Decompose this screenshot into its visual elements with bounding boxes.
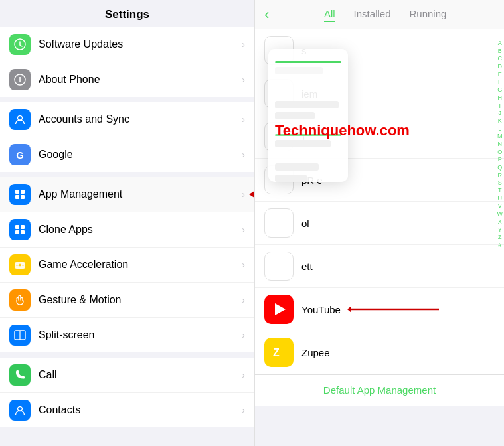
alpha-g[interactable]: G: [497, 86, 502, 94]
clone-apps-arrow: ›: [242, 224, 245, 235]
sidebar-item-gesture-motion[interactable]: Gesture & Motion ›: [0, 283, 254, 318]
svg-rect-6: [15, 195, 19, 199]
sidebar-item-accounts-sync[interactable]: Accounts and Sync ›: [0, 102, 254, 137]
default-app-management-button[interactable]: Default App Management: [255, 374, 504, 406]
gesture-motion-icon: [9, 289, 31, 311]
app-management-arrow: ›: [242, 189, 245, 200]
app-management-label: App Management: [39, 188, 242, 200]
svg-rect-12: [15, 230, 19, 234]
settings-title: Settings: [0, 0, 254, 27]
default-btn-label: Default App Management: [323, 384, 436, 396]
sidebar-item-contacts[interactable]: Contacts ›: [0, 393, 254, 427]
alpha-h[interactable]: H: [498, 94, 503, 102]
youtube-red-arrow: [347, 304, 440, 315]
list-item[interactable]: ett: [255, 245, 504, 288]
clone-apps-label: Clone Apps: [39, 224, 242, 236]
sidebar-item-split-screen[interactable]: Split-screen ›: [0, 318, 254, 352]
google-icon: G: [9, 144, 31, 165]
accounts-sync-label: Accounts and Sync: [39, 113, 242, 125]
svg-rect-18: [19, 265, 21, 266]
gesture-motion-arrow: ›: [242, 295, 245, 305]
about-phone-arrow: ›: [242, 74, 245, 85]
tab-bar: All Installed Running: [276, 7, 495, 22]
contacts-icon: [9, 400, 31, 421]
alpha-v[interactable]: V: [498, 202, 502, 210]
alpha-b[interactable]: B: [498, 48, 502, 56]
tab-installed[interactable]: Installed: [354, 7, 391, 22]
settings-group-4: Call › Contacts ›: [0, 358, 254, 427]
svg-rect-7: [21, 195, 25, 199]
alpha-u[interactable]: U: [498, 195, 503, 203]
svg-text:i: i: [19, 76, 21, 84]
alpha-i[interactable]: I: [499, 102, 501, 110]
app-name: ett: [301, 261, 495, 272]
alpha-o[interactable]: O: [497, 149, 502, 157]
alpha-q[interactable]: Q: [497, 164, 502, 172]
sidebar-item-app-management[interactable]: App Management ›: [0, 177, 254, 212]
gesture-motion-label: Gesture & Motion: [39, 294, 242, 306]
app-text: ett: [301, 261, 495, 272]
app-icon: [264, 252, 294, 281]
alpha-r[interactable]: R: [498, 172, 503, 180]
alpha-t[interactable]: T: [498, 187, 502, 195]
list-item[interactable]: ol: [255, 202, 504, 245]
app-name: ol: [301, 218, 495, 229]
alpha-e[interactable]: E: [498, 71, 502, 79]
settings-group-1: Software Updates › i About Phone ›: [0, 27, 254, 97]
settings-group-2: Accounts and Sync › G Google ›: [0, 102, 254, 172]
svg-point-16: [23, 265, 24, 266]
call-arrow: ›: [242, 370, 245, 380]
app-text: ol: [301, 218, 495, 229]
svg-rect-11: [21, 225, 25, 229]
alpha-j[interactable]: J: [499, 110, 502, 117]
svg-marker-9: [249, 191, 254, 198]
alpha-x[interactable]: X: [498, 218, 502, 226]
game-acceleration-arrow: ›: [242, 260, 245, 270]
accounts-sync-icon: [9, 109, 31, 130]
svg-marker-23: [347, 306, 351, 313]
split-screen-arrow: ›: [242, 330, 245, 340]
alpha-k[interactable]: K: [498, 117, 502, 125]
google-arrow: ›: [242, 149, 245, 160]
alphabet-sidebar: A B C D E F G H I J K L M N O P Q R S T …: [497, 40, 503, 250]
game-acceleration-label: Game Acceleration: [39, 259, 242, 271]
alpha-c[interactable]: C: [498, 55, 503, 63]
left-panel: Settings Software Updates › i: [0, 0, 254, 446]
sidebar-item-clone-apps[interactable]: Clone Apps ›: [0, 212, 254, 248]
sidebar-item-about-phone[interactable]: i About Phone ›: [0, 62, 254, 97]
tab-running[interactable]: Running: [409, 7, 446, 22]
youtube-icon: [264, 295, 294, 324]
settings-group-3: App Management › Clone Apps: [0, 177, 254, 352]
split-screen-icon: [9, 325, 31, 346]
app-list-content: Techniquehow.com s: [255, 29, 504, 446]
accounts-sync-arrow: ›: [242, 114, 245, 125]
alpha-hash[interactable]: #: [498, 242, 501, 250]
zupee-label: Zupee: [301, 347, 330, 358]
alpha-z[interactable]: Z: [498, 234, 502, 242]
alpha-a[interactable]: A: [498, 40, 502, 48]
alpha-p[interactable]: P: [498, 156, 502, 164]
right-panel: ‹ All Installed Running A B C D E F G H …: [254, 0, 504, 446]
right-header: ‹ All Installed Running: [255, 0, 504, 29]
alpha-w[interactable]: W: [497, 210, 503, 218]
alpha-m[interactable]: M: [497, 133, 503, 141]
alpha-s[interactable]: S: [498, 179, 502, 187]
tab-all[interactable]: All: [324, 7, 335, 22]
clone-apps-icon: [9, 219, 31, 240]
alpha-n[interactable]: N: [498, 141, 503, 149]
alpha-d[interactable]: D: [498, 63, 503, 71]
sidebar-item-google[interactable]: G Google ›: [0, 137, 254, 172]
svg-rect-4: [15, 190, 19, 194]
list-item-zupee[interactable]: Z Zupee: [255, 331, 504, 374]
list-item-youtube[interactable]: YouTube: [255, 288, 504, 331]
svg-rect-10: [15, 225, 19, 229]
alpha-l[interactable]: L: [498, 125, 501, 133]
sidebar-item-software-updates[interactable]: Software Updates ›: [0, 27, 254, 62]
sidebar-item-game-acceleration[interactable]: Game Acceleration ›: [0, 248, 254, 283]
zupee-icon: Z: [264, 338, 294, 367]
alpha-f[interactable]: F: [498, 78, 502, 86]
sidebar-item-call[interactable]: Call ›: [0, 358, 254, 393]
back-button[interactable]: ‹: [264, 7, 269, 22]
alpha-y[interactable]: Y: [498, 226, 502, 234]
app-icon: [264, 208, 294, 238]
